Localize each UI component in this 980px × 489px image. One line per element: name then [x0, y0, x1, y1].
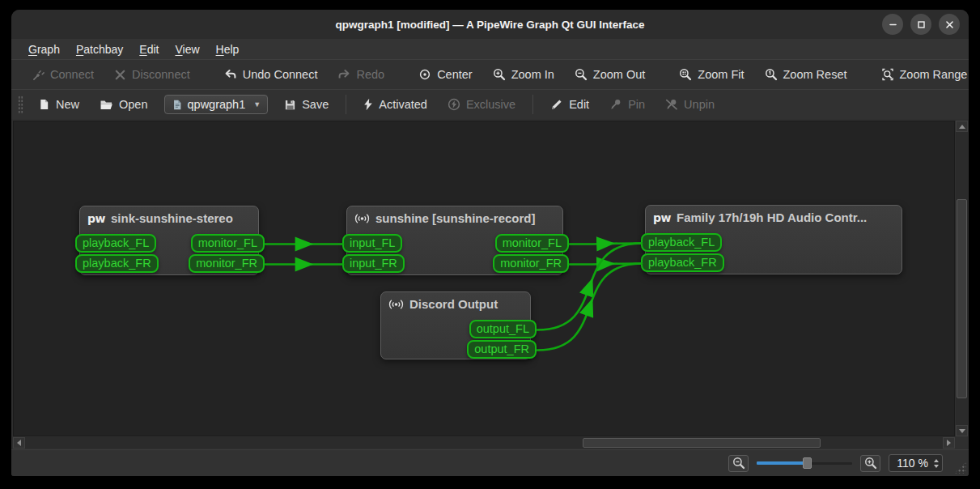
patchbay-select-combo[interactable]: qpwgraph1▼ [164, 95, 269, 114]
chevron-down-icon: ▼ [253, 100, 261, 108]
zoom-reset-button[interactable]: Zoom Reset [757, 64, 855, 85]
zoom-out-button[interactable]: Zoom Out [567, 64, 652, 85]
graph-canvas[interactable]: pwsink-sunshine-stereoplayback_FLplaybac… [13, 121, 955, 436]
unpin-icon [665, 98, 678, 111]
window-controls [882, 14, 960, 35]
menu-bar: GraphPatchbayEditViewHelp [11, 39, 969, 59]
port-sunshine-monitor_FR[interactable]: monitor_FR [493, 254, 569, 273]
exclusive-button[interactable]: Exclusive [440, 94, 523, 115]
menu-patchbay[interactable]: Patchbay [69, 41, 130, 57]
title-bar[interactable]: qpwgraph1 [modified] — A PipeWire Graph … [11, 10, 969, 39]
scroll-right-button[interactable] [943, 437, 955, 449]
button-label: Pin [628, 98, 645, 111]
unpin-button[interactable]: Unpin [658, 94, 722, 115]
port-family-playback_FL[interactable]: playback_FL [641, 233, 722, 252]
port-sunshine-monitor_FL[interactable]: monitor_FL [495, 234, 569, 253]
node-header[interactable]: Discord Output [381, 292, 530, 311]
port-sink-playback_FR[interactable]: playback_FR [75, 254, 159, 273]
edit-button[interactable]: Edit [543, 94, 596, 115]
zoom-reset-icon [765, 68, 778, 81]
toolbar-separator [346, 95, 346, 114]
zoom-in-button[interactable] [860, 455, 880, 472]
port-sink-monitor_FR[interactable]: monitor_FR [189, 254, 265, 273]
close-button[interactable] [939, 14, 960, 35]
node-header[interactable]: pwFamily 17h/19h HD Audio Contr... [646, 206, 902, 224]
maximize-icon [917, 20, 926, 29]
toolbar-drag-handle[interactable] [18, 96, 23, 113]
minimize-button[interactable] [882, 14, 903, 35]
scroll-down-button[interactable] [956, 425, 968, 436]
vertical-scrollbar[interactable] [956, 121, 968, 436]
undo-icon [224, 68, 237, 81]
file-icon [172, 99, 183, 111]
button-label: New [56, 98, 79, 111]
zoom-in-button[interactable]: Zoom In [486, 64, 562, 85]
port-sink-playback_FL[interactable]: playback_FL [75, 234, 156, 253]
maximize-button[interactable] [910, 14, 931, 35]
button-label: Center [437, 68, 473, 81]
node-sunshine[interactable]: sunshine [sunshine-record]input_FLinput_… [346, 206, 563, 275]
port-sunshine-input_FR[interactable]: input_FR [342, 254, 405, 273]
triangle-right-icon [947, 440, 951, 446]
node-header[interactable]: pwsink-sunshine-stereo [80, 206, 258, 225]
menu-view[interactable]: View [168, 41, 206, 57]
scroll-up-button[interactable] [956, 121, 968, 132]
node-title: Discord Output [409, 297, 498, 311]
zoom-in-icon [493, 68, 506, 81]
button-label: Exclusive [466, 98, 515, 111]
port-sunshine-input_FL[interactable]: input_FL [342, 234, 402, 253]
vertical-scroll-thumb[interactable] [957, 199, 967, 398]
save-button[interactable]: Save [277, 94, 336, 115]
input-ports: playback_FLplayback_FR [75, 234, 159, 273]
triangle-down-icon [959, 429, 965, 433]
port-sink-monitor_FL[interactable]: monitor_FL [191, 234, 265, 253]
button-label: Connect [50, 68, 94, 81]
menu-help[interactable]: Help [209, 41, 247, 57]
triangle-left-icon [17, 440, 21, 446]
port-discord-output_FR[interactable]: output_FR [467, 340, 537, 359]
zoom-spinbox[interactable]: 110 % [889, 454, 943, 472]
zoom-fit-button[interactable]: Zoom Fit [672, 64, 751, 85]
minimize-icon [889, 20, 897, 29]
horizontal-scroll-track[interactable] [25, 437, 943, 449]
node-title: Family 17h/19h HD Audio Contr... [677, 210, 867, 224]
connect-icon [32, 69, 45, 81]
zoom-slider-handle[interactable] [803, 457, 812, 469]
center-button[interactable]: Center [411, 64, 480, 85]
edit-icon [550, 98, 563, 111]
open-button[interactable]: Open [92, 94, 155, 115]
port-family-playback_FR[interactable]: playback_FR [641, 253, 724, 272]
disconnect-button[interactable]: Disconnect [107, 64, 197, 85]
new-button[interactable]: New [31, 94, 87, 115]
scroll-left-button[interactable] [13, 437, 25, 449]
zoom-out-button[interactable] [728, 455, 749, 472]
zoom-slider[interactable] [757, 456, 852, 470]
vertical-scroll-track[interactable] [956, 132, 968, 425]
pin-button[interactable]: Pin [602, 94, 652, 115]
status-bar: 110 % [11, 449, 969, 476]
wire-sunshine:monitor_FL-family:playback_FL [570, 244, 642, 244]
node-discord[interactable]: Discord Outputoutput_FLoutput_FR [380, 291, 531, 359]
horizontal-scrollbar[interactable] [13, 437, 955, 449]
activated-icon [363, 98, 373, 111]
pipewire-icon: pw [653, 211, 671, 224]
pin-icon [609, 98, 622, 111]
undo-connect-button[interactable]: Undo Connect [217, 64, 325, 85]
node-header[interactable]: sunshine [sunshine-record] [347, 206, 562, 225]
menu-graph[interactable]: Graph [21, 41, 67, 57]
node-family[interactable]: pwFamily 17h/19h HD Audio Contr...playba… [645, 205, 902, 274]
spinbox-arrows[interactable] [934, 459, 939, 468]
node-title: sink-sunshine-stereo [111, 211, 233, 225]
node-sink[interactable]: pwsink-sunshine-stereoplayback_FLplaybac… [79, 206, 259, 275]
exclusive-icon [448, 98, 460, 111]
menu-edit[interactable]: Edit [132, 41, 166, 57]
activated-button[interactable]: Activated [356, 94, 435, 115]
port-discord-output_FL[interactable]: output_FL [469, 320, 537, 338]
pipewire-icon: pw [87, 212, 105, 225]
resize-grip-icon[interactable] [954, 461, 966, 474]
media-icon [388, 298, 404, 311]
connect-button[interactable]: Connect [25, 64, 101, 85]
zoom-range-button[interactable]: Zoom Range [874, 64, 969, 85]
horizontal-scroll-thumb[interactable] [583, 438, 821, 448]
redo-button[interactable]: Redo [330, 64, 392, 85]
